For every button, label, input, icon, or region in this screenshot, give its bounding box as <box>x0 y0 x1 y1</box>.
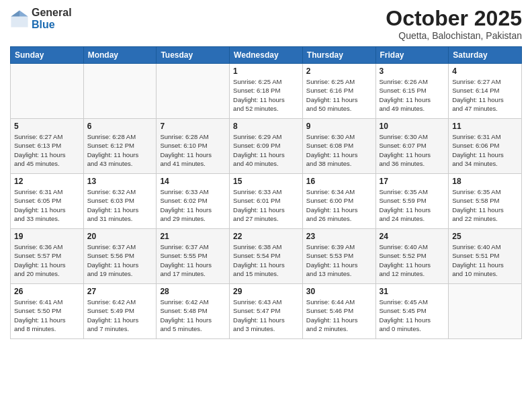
page: General Blue October 2025 Quetta, Baloch… <box>0 0 532 411</box>
svg-marker-2 <box>11 10 19 16</box>
weekday-header-row: SundayMondayTuesdayWednesdayThursdayFrid… <box>11 47 522 64</box>
day-number: 26 <box>14 287 80 296</box>
calendar-cell: 11Sunrise: 6:31 AM Sunset: 6:06 PM Dayli… <box>449 119 522 174</box>
day-number: 16 <box>306 177 372 186</box>
month-title: October 2025 <box>386 7 522 30</box>
calendar-cell: 25Sunrise: 6:40 AM Sunset: 5:51 PM Dayli… <box>449 229 522 284</box>
title-block: October 2025 Quetta, Balochistan, Pakist… <box>386 7 522 41</box>
day-detail: Sunrise: 6:40 AM Sunset: 5:51 PM Dayligh… <box>452 242 518 278</box>
calendar-cell: 24Sunrise: 6:40 AM Sunset: 5:52 PM Dayli… <box>375 229 449 284</box>
calendar-week-row: 12Sunrise: 6:31 AM Sunset: 6:05 PM Dayli… <box>11 174 522 229</box>
day-detail: Sunrise: 6:40 AM Sunset: 5:52 PM Dayligh… <box>380 242 445 278</box>
day-number: 31 <box>380 287 445 296</box>
day-detail: Sunrise: 6:32 AM Sunset: 6:03 PM Dayligh… <box>87 187 153 223</box>
calendar-cell: 20Sunrise: 6:37 AM Sunset: 5:56 PM Dayli… <box>83 229 157 284</box>
calendar-cell: 6Sunrise: 6:28 AM Sunset: 6:12 PM Daylig… <box>83 119 157 174</box>
calendar-cell: 22Sunrise: 6:38 AM Sunset: 5:54 PM Dayli… <box>230 229 303 284</box>
day-number: 6 <box>87 122 153 131</box>
day-detail: Sunrise: 6:37 AM Sunset: 5:56 PM Dayligh… <box>87 242 153 278</box>
calendar-cell: 7Sunrise: 6:28 AM Sunset: 6:10 PM Daylig… <box>157 119 230 174</box>
calendar-week-row: 1Sunrise: 6:25 AM Sunset: 6:18 PM Daylig… <box>11 64 522 119</box>
day-number: 22 <box>233 232 299 241</box>
calendar-cell: 2Sunrise: 6:25 AM Sunset: 6:16 PM Daylig… <box>302 64 375 119</box>
day-detail: Sunrise: 6:34 AM Sunset: 6:00 PM Dayligh… <box>306 187 372 223</box>
day-detail: Sunrise: 6:25 AM Sunset: 6:16 PM Dayligh… <box>306 77 372 113</box>
day-detail: Sunrise: 6:36 AM Sunset: 5:57 PM Dayligh… <box>14 242 80 278</box>
day-number: 18 <box>452 177 518 186</box>
day-number: 1 <box>233 66 299 76</box>
day-number: 29 <box>233 287 299 296</box>
day-detail: Sunrise: 6:37 AM Sunset: 5:55 PM Dayligh… <box>160 242 226 278</box>
logo: General Blue <box>10 7 72 30</box>
svg-marker-1 <box>19 10 28 16</box>
day-number: 12 <box>14 177 80 186</box>
day-detail: Sunrise: 6:28 AM Sunset: 6:10 PM Dayligh… <box>160 132 226 168</box>
day-number: 27 <box>87 287 153 296</box>
day-detail: Sunrise: 6:29 AM Sunset: 6:09 PM Dayligh… <box>233 132 299 168</box>
day-detail: Sunrise: 6:30 AM Sunset: 6:08 PM Dayligh… <box>306 132 372 168</box>
day-number: 14 <box>160 177 226 186</box>
weekday-header: Monday <box>83 47 157 64</box>
calendar-table: SundayMondayTuesdayWednesdayThursdayFrid… <box>10 46 522 339</box>
logo-blue: Blue <box>32 19 72 31</box>
calendar-cell: 21Sunrise: 6:37 AM Sunset: 5:55 PM Dayli… <box>157 229 230 284</box>
day-number: 24 <box>380 232 445 241</box>
day-number: 9 <box>306 122 372 131</box>
location: Quetta, Balochistan, Pakistan <box>386 30 522 41</box>
weekday-header: Friday <box>375 47 449 64</box>
day-detail: Sunrise: 6:31 AM Sunset: 6:05 PM Dayligh… <box>14 187 80 223</box>
weekday-header: Saturday <box>449 47 522 64</box>
day-detail: Sunrise: 6:25 AM Sunset: 6:18 PM Dayligh… <box>233 77 299 113</box>
calendar-cell <box>11 64 84 119</box>
weekday-header: Wednesday <box>230 47 303 64</box>
day-detail: Sunrise: 6:26 AM Sunset: 6:15 PM Dayligh… <box>380 77 445 113</box>
day-number: 30 <box>306 287 372 296</box>
logo-text: General Blue <box>32 7 72 30</box>
day-detail: Sunrise: 6:35 AM Sunset: 5:58 PM Dayligh… <box>452 187 518 223</box>
calendar-week-row: 26Sunrise: 6:41 AM Sunset: 5:50 PM Dayli… <box>11 284 522 339</box>
day-detail: Sunrise: 6:31 AM Sunset: 6:06 PM Dayligh… <box>452 132 518 168</box>
day-number: 11 <box>452 122 518 131</box>
calendar-cell: 12Sunrise: 6:31 AM Sunset: 6:05 PM Dayli… <box>11 174 84 229</box>
day-number: 5 <box>14 122 80 131</box>
day-detail: Sunrise: 6:30 AM Sunset: 6:07 PM Dayligh… <box>380 132 445 168</box>
calendar-cell <box>83 64 157 119</box>
calendar-cell: 14Sunrise: 6:33 AM Sunset: 6:02 PM Dayli… <box>157 174 230 229</box>
day-detail: Sunrise: 6:43 AM Sunset: 5:47 PM Dayligh… <box>233 298 299 333</box>
weekday-header: Sunday <box>11 47 84 64</box>
calendar-cell: 28Sunrise: 6:42 AM Sunset: 5:48 PM Dayli… <box>157 284 230 339</box>
day-detail: Sunrise: 6:44 AM Sunset: 5:46 PM Dayligh… <box>306 298 372 333</box>
day-number: 17 <box>380 177 445 186</box>
weekday-header: Tuesday <box>157 47 230 64</box>
day-detail: Sunrise: 6:42 AM Sunset: 5:49 PM Dayligh… <box>87 298 153 333</box>
day-number: 7 <box>160 122 226 131</box>
day-number: 25 <box>452 232 518 241</box>
calendar-cell: 8Sunrise: 6:29 AM Sunset: 6:09 PM Daylig… <box>230 119 303 174</box>
day-detail: Sunrise: 6:28 AM Sunset: 6:12 PM Dayligh… <box>87 132 153 168</box>
day-detail: Sunrise: 6:27 AM Sunset: 6:13 PM Dayligh… <box>14 132 80 168</box>
day-number: 19 <box>14 232 80 241</box>
calendar-cell: 10Sunrise: 6:30 AM Sunset: 6:07 PM Dayli… <box>375 119 449 174</box>
calendar-cell: 23Sunrise: 6:39 AM Sunset: 5:53 PM Dayli… <box>302 229 375 284</box>
calendar-cell: 19Sunrise: 6:36 AM Sunset: 5:57 PM Dayli… <box>11 229 84 284</box>
day-detail: Sunrise: 6:35 AM Sunset: 5:59 PM Dayligh… <box>380 187 445 223</box>
day-detail: Sunrise: 6:45 AM Sunset: 5:45 PM Dayligh… <box>380 298 445 333</box>
calendar-cell: 30Sunrise: 6:44 AM Sunset: 5:46 PM Dayli… <box>302 284 375 339</box>
day-number: 8 <box>233 122 299 131</box>
logo-icon <box>10 9 29 28</box>
day-number: 3 <box>380 66 445 76</box>
day-detail: Sunrise: 6:38 AM Sunset: 5:54 PM Dayligh… <box>233 242 299 278</box>
calendar-cell <box>157 64 230 119</box>
day-detail: Sunrise: 6:41 AM Sunset: 5:50 PM Dayligh… <box>14 298 80 333</box>
day-number: 21 <box>160 232 226 241</box>
weekday-header: Thursday <box>302 47 375 64</box>
calendar-cell: 18Sunrise: 6:35 AM Sunset: 5:58 PM Dayli… <box>449 174 522 229</box>
day-detail: Sunrise: 6:33 AM Sunset: 6:02 PM Dayligh… <box>160 187 226 223</box>
calendar-cell: 1Sunrise: 6:25 AM Sunset: 6:18 PM Daylig… <box>230 64 303 119</box>
day-number: 28 <box>160 287 226 296</box>
day-number: 15 <box>233 177 299 186</box>
calendar-cell: 15Sunrise: 6:33 AM Sunset: 6:01 PM Dayli… <box>230 174 303 229</box>
header: General Blue October 2025 Quetta, Baloch… <box>10 7 522 41</box>
calendar-cell: 17Sunrise: 6:35 AM Sunset: 5:59 PM Dayli… <box>375 174 449 229</box>
calendar-cell: 4Sunrise: 6:27 AM Sunset: 6:14 PM Daylig… <box>449 64 522 119</box>
